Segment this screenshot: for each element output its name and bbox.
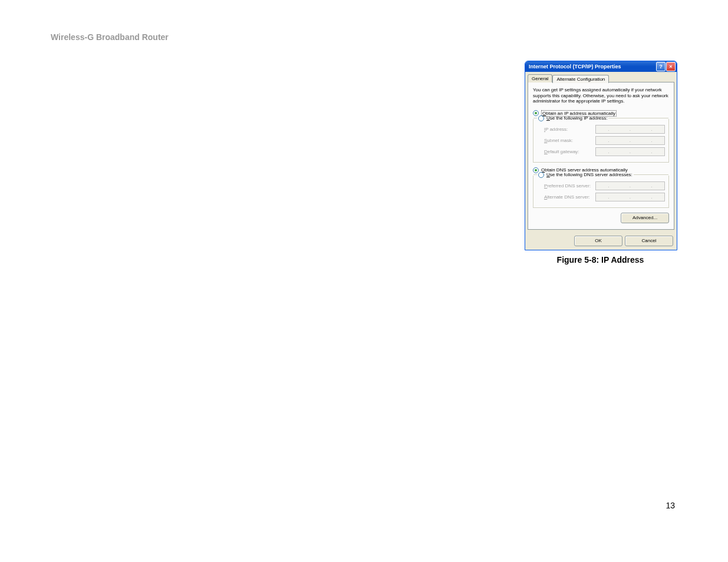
dialog-titlebar[interactable]: Internet Protocol (TCP/IP) Properties ? … <box>525 61 677 72</box>
close-icon[interactable]: × <box>666 62 676 71</box>
radio-use-following-dns[interactable]: Use the following DNS server addresses: <box>546 172 633 177</box>
tcp-ip-properties-dialog: Internet Protocol (TCP/IP) Properties ? … <box>525 61 677 250</box>
figure-caption: Figure 5-8: IP Address <box>525 255 676 265</box>
description-text: You can get IP settings assigned automat… <box>533 87 669 104</box>
input-alternate-dns: ... <box>595 193 665 201</box>
page-header: Wireless-G Broadband Router <box>51 32 169 42</box>
input-ip-address: ... <box>595 125 665 134</box>
label-subnet-mask: Subnet mask: <box>544 138 595 143</box>
dialog-footer: OK Cancel <box>525 232 677 250</box>
cancel-button[interactable]: Cancel <box>625 236 673 246</box>
input-default-gateway: ... <box>595 147 665 156</box>
radio-icon[interactable] <box>538 172 544 178</box>
tab-panel-general: You can get IP settings assigned automat… <box>528 82 674 230</box>
group-use-following-ip: Use the following IP address: IP address… <box>533 119 669 163</box>
figure-ip-address: Internet Protocol (TCP/IP) Properties ? … <box>525 61 676 265</box>
help-icon[interactable]: ? <box>656 62 666 71</box>
group-use-following-dns: Use the following DNS server addresses: … <box>533 176 669 208</box>
tab-alternate-configuration[interactable]: Alternate Configuration <box>552 75 609 83</box>
page-number: 13 <box>666 501 675 510</box>
advanced-button[interactable]: Advanced... <box>621 213 669 223</box>
label-alternate-dns: Alternate DNS server: <box>544 194 595 200</box>
radio-use-following-ip[interactable]: Use the following IP address: <box>546 115 607 121</box>
tab-strip: General Alternate Configuration <box>528 74 674 82</box>
dialog-title: Internet Protocol (TCP/IP) Properties <box>529 64 621 70</box>
input-preferred-dns: ... <box>595 181 665 190</box>
label-default-gateway: Default gateway: <box>544 149 595 154</box>
input-subnet-mask: ... <box>595 136 665 145</box>
label-ip-address: IP address: <box>544 127 595 132</box>
label-preferred-dns: Preferred DNS server: <box>544 183 595 189</box>
ok-button[interactable]: OK <box>574 236 622 246</box>
tab-general[interactable]: General <box>528 74 552 82</box>
radio-icon[interactable] <box>538 115 544 121</box>
